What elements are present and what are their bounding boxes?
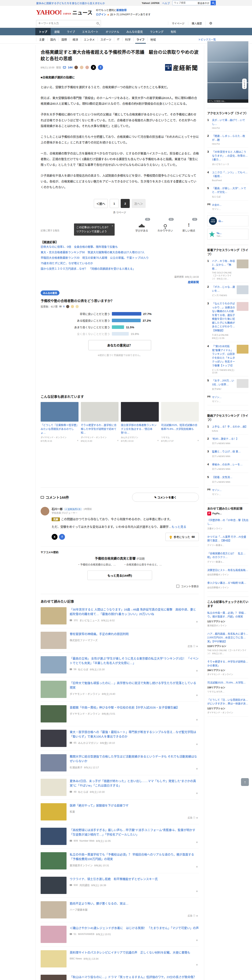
signup-link[interactable]: 新規取得: [116, 9, 127, 11]
related-link[interactable]: 国から突然１３００万円請求…なぜ？ 「同様の高額請求を受ける人増える」: [41, 267, 136, 270]
close-icon[interactable]: ✕: [196, 743, 198, 746]
search-suggest[interactable]: 新谷あやか: [196, 2, 211, 5]
category-tab[interactable]: ライフ: [134, 37, 147, 41]
paid-article-item[interactable]: 決算翌日にスト…有名な高成長銘… 会社四季報オンライン: [207, 566, 249, 579]
item-title[interactable]: 脊柱管狭窄の神経痛。手足の痺れの原因判明: [70, 632, 199, 636]
read-also-item[interactable]: ＜磯山さやか＞41歳レジェンドが水着に はじける笑顔！ 「たまりません」「マジで…: [41, 922, 199, 947]
item-title[interactable]: 「秋山はハマり役なのに…」ドラマ『笑ゥせぇるすまん』低評価のワケ。23分の長さが…: [70, 975, 199, 980]
ranking-item[interactable]: 2 『ポカ…じゃな…違いを… ピンズバNEWS: [207, 283, 249, 299]
ranking-item[interactable]: 4 「"第2の木村拓哉"後輩アイドル」ランキング、山田涼介を抑えた「キムタクっぽ…: [207, 342, 249, 376]
close-icon[interactable]: ✕: [196, 841, 198, 844]
more-comments-button[interactable]: もっと見る(144件): [87, 571, 152, 580]
ranking-item[interactable]: 5 「最高…が楽し…大学"…トでと…が文化… ねとらぼ: [207, 184, 249, 201]
read-also-item[interactable]: 英料理サイトのパスタレシピにイタリアで抗議の声 正しくない材料を記載、大使に書簡…: [41, 947, 199, 971]
nav-tab[interactable]: オリジナル: [102, 28, 123, 35]
pr-item[interactable]: PR お金の… セゾン…: [207, 201, 249, 213]
item-title[interactable]: ハア…都内高級…有名私大に通う…2,000万円の5…め息交じりに告…実」【FPが…: [207, 632, 249, 643]
read-also-item[interactable]: 医師「絶対やって」尿酸値を下げる超楽ワザ 和漢 ✕ 広告 ⓘ ✕: [41, 800, 199, 824]
item-title[interactable]: 私立の中高一貫進学校でも「予備校は必須」？ 早稲田合格へのリアルな道のり。親が直…: [70, 852, 199, 861]
source-link[interactable]: 産経新聞: [188, 280, 199, 283]
card-title[interactable]: そりゃ絶望するわ…進学校に合格した中学生が説明会で初めて知…: [81, 423, 119, 434]
read-also-item[interactable]: 東大・医学部合格への「最強・最短ルート」専門家が断言するシンプルな答え…なぜ聖光…: [41, 726, 199, 751]
gear-icon[interactable]: ⚙: [206, 21, 216, 25]
item-title[interactable]: 「どうして『日…いな雰囲気があ…がにいきすぎか…準は一体誰が決…: [207, 698, 249, 706]
ranking-item[interactable]: 1 ハア…キラ有…年収2…父から…「無慈… THE GOLD ONLINE（ゴー…: [207, 257, 249, 283]
category-tab[interactable]: 経済: [70, 37, 81, 41]
topics-list-link[interactable]: トピックス一覧: [198, 37, 216, 41]
category-tab[interactable]: 国際: [59, 37, 70, 41]
item-title[interactable]: 「30年苦労すると 人間はこうなります」16歳→46歳 免許証写真の変化に衝撃 …: [70, 607, 199, 616]
read-also-item[interactable]: 難関大学に総合型選抜で合格した学生ほど活動実績があるというデータも それでも活動…: [41, 751, 199, 775]
newshack-banner[interactable]: news HACK 山…: [207, 215, 249, 226]
item-title[interactable]: 「間違…しまっ…らえた…枚が…題: [212, 134, 249, 142]
item-title[interactable]: 「旧帝大で勉強も頑張ったのに…」高学歴なのに就活で失敗し続ける学生たちが見落とし…: [70, 681, 199, 690]
ranking-item[interactable]: 5 【密着…女性消… 日テレNEWS NNN: [207, 473, 249, 486]
item-title[interactable]: ＜磯山さやか＞41歳レジェンドが水着に はじける笑顔！ 「たまりません」「マジで…: [70, 926, 199, 930]
checked-article-item[interactable]: ハア…都内高級…有名私大に通う…2,000万円の5…め息交じりに告…実」【FPが…: [207, 630, 249, 657]
sidebar-ad-manga[interactable]: いいですよ オフィスの彼女×Wa…: [207, 41, 249, 103]
ad-label[interactable]: 広告 ⓘ ✕: [188, 914, 198, 917]
login-link[interactable]: ログイン: [96, 13, 106, 16]
read-also-item[interactable]: 首都圏「中高一貫校」伸びる中堅・中位校の名前【中学入試2026・女子受験生編】 …: [41, 702, 199, 726]
reaction-learned[interactable]: 25 学びがある: [133, 221, 150, 232]
item-title[interactable]: 「高校野球には派手すぎる」厳しい声も…甲子園"ド派手ユニフォーム"青藍泰斗、監督…: [70, 828, 199, 837]
close-icon[interactable]: ✕: [196, 792, 198, 795]
item-title[interactable]: 「お子…200万…い3児…い世界…: [212, 379, 235, 386]
keyword-search-input[interactable]: [38, 22, 97, 25]
ad-label[interactable]: 広告 ⓘ ✕: [188, 644, 198, 648]
yahoo-news-logo[interactable]: YAHOO! JAPAN ニュース: [36, 9, 93, 16]
item-title[interactable]: 「なんでうちの子ばっかり…」治療法のない難病の2人の娘を育てる母、遺伝子検査を受…: [212, 302, 235, 332]
read-more-link[interactable]: もっと見る: [172, 525, 186, 528]
item-title[interactable]: 夏休み2日目、末っ子が「宿題が終わった」と言い出し……ママ「もしや」発覚した"ま…: [70, 779, 199, 788]
category-tab[interactable]: 地域: [147, 37, 159, 41]
checked-article-item[interactable]: 「どうして『日…いな雰囲気があ…がにいきすぎか…準は一体誰が決… 122リアクシ…: [207, 695, 249, 717]
commenter-name[interactable]: 石川一郎: [52, 508, 62, 511]
checked-article-item[interactable]: そりゃ絶望する…中学生が説明会…かの事実」 394リアクション ダイヤモンド・オ…: [207, 657, 249, 678]
article-card[interactable]: 国立医学部の合格者数ランキング上位を独占する…"西日本勢"の… みんかぶマガジン…: [121, 402, 159, 442]
item-title[interactable]: 「最高…が楽し…大学"…トでと…が文化…: [212, 186, 249, 194]
item-title[interactable]: 司法試験2025…75.6%…大学院…: [207, 681, 246, 685]
nav-tab[interactable]: エキスパート: [78, 28, 102, 35]
close-icon[interactable]: ×: [198, 439, 199, 442]
nav-tab[interactable]: ランキング: [147, 28, 167, 35]
related-link[interactable]: 東大・京大合格者最新ランキング50 筑波大付属駒場の東大合格者は27人増の117…: [41, 251, 144, 254]
checked-article-item[interactable]: 私立の中高一貫…必須」？ 早稲…り。親が直面す…円超」の現実 121リアクション…: [207, 609, 249, 630]
ad-label[interactable]: 広告 ⓘ ✕: [188, 816, 198, 819]
item-title[interactable]: 「合格実績の見方とは？ 乱立…校」のカラクリ…: [207, 552, 249, 559]
ranking-item[interactable]: 3 猛暑と…り上げ…倍 意… 日テレNEWS NNN: [207, 447, 249, 460]
comment-count[interactable]: 144: [68, 66, 72, 69]
x-share-icon[interactable]: X: [52, 534, 57, 540]
article-card[interactable]: 司法試験2025、短答式試験の合格率75.6%…大学院別結果も リセマム 8/7…: [161, 402, 199, 442]
category-tab[interactable]: エンタメ: [81, 37, 97, 41]
nav-tab[interactable]: トップ: [35, 28, 51, 35]
yahoo-banner[interactable]: Ya… Yah…: [207, 229, 249, 240]
close-icon[interactable]: ×: [112, 224, 113, 228]
item-title[interactable]: 首都圏「中高一貫校」伸びる中堅・中位校の名前【中学入試2026・女子受験生編】: [70, 705, 199, 710]
pr-item[interactable]: PR セゾン… セゾン…: [207, 486, 249, 498]
close-icon[interactable]: ✕: [196, 620, 198, 623]
vote-button[interactable]: あなたの意見は？: [88, 340, 151, 350]
web-search-box[interactable]: 新谷あやか: [172, 1, 216, 5]
poll-option[interactable]: あまり良くないことだと思う 11.5%: [65, 325, 175, 329]
paid-article-item[interactable]: 《学歴詐称…の「10年恋…撃【先出し… 文春オンライン: [207, 516, 249, 533]
item-title[interactable]: ユニクロ「…ンツ」…てもペ…《着用…: [212, 170, 249, 178]
ranking-item[interactable]: 1 夫が…いて帰…曲げて…いでし… Hint-Pot: [207, 116, 249, 132]
read-also-item[interactable]: ウクライナ、領土引き渡し拒絶 和平策機能せずとゼレンスキー氏 930 共同通信 …: [41, 873, 199, 898]
item-title[interactable]: 「最高の立地」 女性が選ぶ"学生が楽しそうに見える東京都の私立大学"ランキング1…: [70, 656, 199, 665]
read-also-item[interactable]: 「高校野球には派手すぎる」厳しい声も…甲子園"ド派手ユニフォーム"青藍泰斗、監督…: [41, 824, 199, 849]
item-title[interactable]: かつては「…ル業界 行き…AI全盛期で激変…【第4回】: [207, 535, 249, 542]
item-title[interactable]: そりゃ絶望する…中学生が説明会…かの事実」: [207, 660, 249, 667]
paid-article-item[interactable]: 参入少ない寡占…る"4銘柄"の真… 会社四季報オンライン: [207, 579, 249, 592]
paid-article-item[interactable]: かつては「…ル業界 行き…AI全盛期で激変…【第4回】 デイリー新潮 8…: [207, 533, 249, 549]
helpful-button[interactable]: 参考になった 68: [166, 533, 199, 541]
history-link[interactable]: 購入履歴: [188, 21, 206, 25]
item-title[interactable]: 【密着…女性消…: [212, 475, 232, 479]
close-icon[interactable]: ✕: [196, 865, 198, 868]
item-title[interactable]: 英料理サイトのパスタレシピにイタリアで抗議の声 正しくない材料を記載、大使に書簡…: [70, 950, 199, 955]
close-icon[interactable]: ×: [117, 439, 118, 442]
related-link[interactable]: 75歳を待たずに死亡、なぜ増えているのか: [41, 262, 93, 265]
item-title[interactable]: 参入少ない寡占…る"4銘柄"の真…: [207, 581, 246, 585]
poll-comment-count[interactable]: 6: [63, 305, 65, 308]
nav-tab[interactable]: 速報: [51, 28, 63, 35]
card-title[interactable]: 司法試験2025、短答式試験の合格率75.6%…大学院別結果も: [161, 423, 199, 434]
